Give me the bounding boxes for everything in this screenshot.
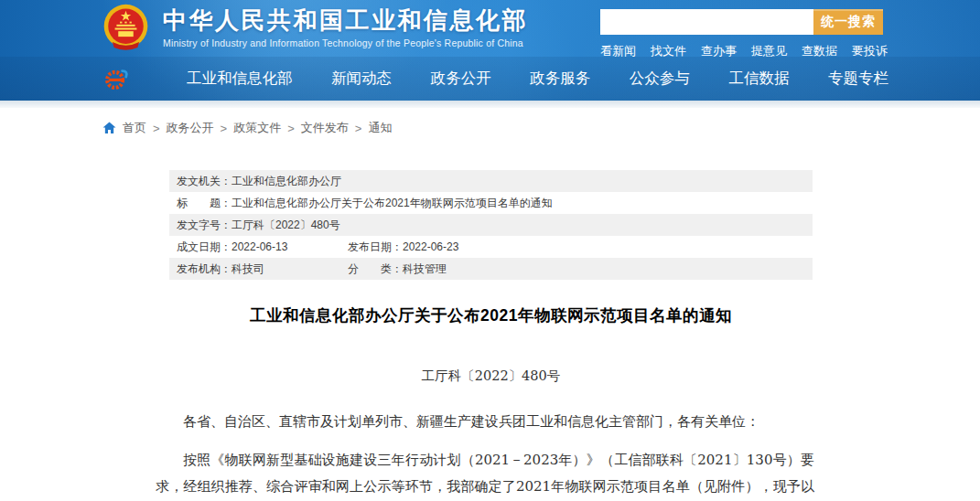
breadcrumb-separator: > [153,122,160,135]
meta-row-issuing-office: 发文机关： 工业和信息化部办公厅 [169,170,813,192]
miit-gear-e-logo-icon[interactable] [102,65,130,92]
meta-value: 工业和信息化部办公厅 [232,170,341,192]
search-area: 统一搜索 看新闻 找文件 查办事 提意见 查数据 要投诉 [600,9,893,59]
site-subtitle: Ministry of Industry and Information Tec… [163,37,528,48]
main-nav: 工业和信息化部 新闻动态 政务公开 政务服务 公众参与 工信数据 专题专栏 [0,57,980,101]
national-emblem-icon [101,3,151,53]
meta-row-dates: 成文日期：2022-06-13 发布日期：2022-06-23 [169,236,813,258]
breadcrumb-home[interactable]: 首页 [123,120,146,136]
header-separator [0,101,980,108]
nav-item-news[interactable]: 新闻动态 [331,69,392,89]
meta-value: 工业和信息化部办公厅关于公布2021年物联网示范项目名单的通知 [232,192,553,214]
breadcrumb: 首页 > 政务公开 > 政策文件 > 文件发布 > 通知 [102,120,980,136]
document-main: 发文机关： 工业和信息化部办公厅 标 题： 工业和信息化部办公厅关于公布2021… [0,170,980,501]
document-salutation: 各省、自治区、直辖市及计划单列市、新疆生产建设兵团工业和信息化主管部门，各有关单… [156,409,814,435]
document-head: 工业和信息化部办公厅关于公布2021年物联网示范项目名单的通知 工厅科〔2022… [169,304,813,385]
meta-label: 标 题： [177,192,232,214]
nav-item-gov-disclosure[interactable]: 政务公开 [431,69,491,89]
meta-label: 分 类： [348,262,403,275]
breadcrumb-policy-documents[interactable]: 政策文件 [233,120,281,136]
meta-cell-publish-date: 发布日期：2022-06-23 [348,236,458,258]
nav-item-special-topics[interactable]: 专题专栏 [828,69,888,89]
meta-value: 2022-06-13 [232,240,287,253]
meta-row-doc-number: 发文字号： 工厅科〔2022〕480号 [169,214,813,236]
page: 中华人民共和国工业和信息化部 Ministry of Industry and … [0,0,980,501]
meta-cell-publish-org: 发布机构：科技司 [177,258,348,280]
meta-label: 发布机构： [177,262,232,275]
document-number: 工厅科〔2022〕480号 [169,368,813,385]
brand-text: 中华人民共和国工业和信息化部 Ministry of Industry and … [163,7,528,48]
document-meta-table: 发文机关： 工业和信息化部办公厅 标 题： 工业和信息化部办公厅关于公布2021… [169,170,813,280]
breadcrumb-separator: > [355,122,362,135]
document-title: 工业和信息化部办公厅关于公布2021年物联网示范项目名单的通知 [169,304,813,326]
meta-cell-category: 分 类：科技管理 [348,258,447,280]
breadcrumb-document-release[interactable]: 文件发布 [301,120,349,136]
breadcrumb-gov-disclosure[interactable]: 政务公开 [167,120,214,136]
search-row: 统一搜索 [600,9,893,35]
breadcrumb-separator: > [287,122,295,135]
meta-label: 发文机关： [177,170,232,192]
meta-value: 工厅科〔2022〕480号 [232,214,340,236]
nav-item-ministry-home[interactable]: 工业和信息化部 [187,69,293,89]
meta-row-title: 标 题： 工业和信息化部办公厅关于公布2021年物联网示范项目名单的通知 [169,192,813,214]
nav-item-gov-services[interactable]: 政务服务 [530,69,590,89]
site-brand-link[interactable]: 中华人民共和国工业和信息化部 Ministry of Industry and … [101,3,528,53]
home-icon [102,122,116,134]
document-body: 各省、自治区、直辖市及计划单列市、新疆生产建设兵团工业和信息化主管部门，各有关单… [156,409,814,501]
meta-label: 发文字号： [177,214,232,236]
meta-value: 科技管理 [403,262,447,275]
meta-value: 2022-06-23 [403,240,458,253]
meta-value: 科技司 [232,262,264,275]
nav-item-public-participation[interactable]: 公众参与 [630,69,690,89]
nav-item-miit-data[interactable]: 工信数据 [728,69,789,89]
site-header: 中华人民共和国工业和信息化部 Ministry of Industry and … [0,0,980,101]
document-paragraph: 按照《物联网新型基础设施建设三年行动计划（2021－2023年）》（工信部联科〔… [156,447,814,501]
search-input[interactable] [600,9,813,35]
banner-top: 中华人民共和国工业和信息化部 Ministry of Industry and … [0,0,980,57]
meta-label: 成文日期： [177,240,232,253]
site-title: 中华人民共和国工业和信息化部 [163,7,528,35]
nav-items: 工业和信息化部 新闻动态 政务公开 政务服务 公众参与 工信数据 专题专栏 [187,69,888,89]
breadcrumb-notice[interactable]: 通知 [368,120,392,136]
meta-row-org-category: 发布机构：科技司 分 类：科技管理 [169,258,813,280]
unified-search-button[interactable]: 统一搜索 [813,9,883,35]
breadcrumb-separator: > [221,122,228,135]
meta-label: 发布日期： [348,240,403,253]
meta-cell-written-date: 成文日期：2022-06-13 [177,236,348,258]
